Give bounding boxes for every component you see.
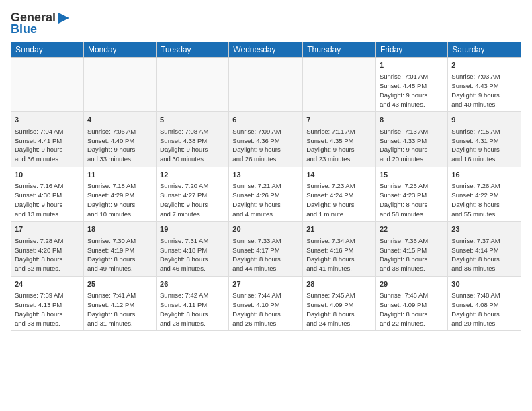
day-info: Sunrise: 7:30 AM Sunset: 4:19 PM Dayligh… <box>87 236 152 273</box>
day-number: 6 <box>232 115 299 125</box>
day-cell <box>157 58 229 112</box>
day-number: 3 <box>15 115 80 125</box>
day-cell: 15Sunrise: 7:25 AM Sunset: 4:23 PM Dayli… <box>375 167 447 221</box>
day-number: 29 <box>380 279 444 289</box>
logo-arrow-icon <box>57 11 71 25</box>
day-cell: 13Sunrise: 7:21 AM Sunset: 4:26 PM Dayli… <box>229 167 303 221</box>
day-number: 27 <box>232 279 299 289</box>
calendar-body: 1Sunrise: 7:01 AM Sunset: 4:45 PM Daylig… <box>11 58 521 331</box>
weekday-saturday: Saturday <box>448 42 521 58</box>
day-info: Sunrise: 7:23 AM Sunset: 4:24 PM Dayligh… <box>306 181 372 218</box>
day-info: Sunrise: 7:15 AM Sunset: 4:31 PM Dayligh… <box>451 127 517 164</box>
day-cell: 23Sunrise: 7:37 AM Sunset: 4:14 PM Dayli… <box>448 222 521 276</box>
weekday-header-row: SundayMondayTuesdayWednesdayThursdayFrid… <box>11 42 521 58</box>
logo: General Blue <box>11 11 71 36</box>
day-cell: 28Sunrise: 7:45 AM Sunset: 4:09 PM Dayli… <box>303 276 376 330</box>
day-cell <box>229 58 303 112</box>
day-cell <box>11 58 84 112</box>
day-info: Sunrise: 7:45 AM Sunset: 4:09 PM Dayligh… <box>306 291 372 328</box>
page: General Blue SundayMondayTuesdayWednesda… <box>0 0 532 411</box>
day-number: 20 <box>232 224 299 234</box>
day-info: Sunrise: 7:09 AM Sunset: 4:36 PM Dayligh… <box>232 127 299 164</box>
day-number: 15 <box>380 170 444 180</box>
day-info: Sunrise: 7:06 AM Sunset: 4:40 PM Dayligh… <box>87 127 152 164</box>
day-info: Sunrise: 7:31 AM Sunset: 4:18 PM Dayligh… <box>160 236 225 273</box>
logo-blue: Blue <box>11 22 37 36</box>
day-number: 23 <box>451 224 517 234</box>
day-cell: 21Sunrise: 7:34 AM Sunset: 4:16 PM Dayli… <box>303 222 376 276</box>
day-cell: 3Sunrise: 7:04 AM Sunset: 4:41 PM Daylig… <box>11 112 84 167</box>
day-number: 10 <box>15 170 80 180</box>
weekday-thursday: Thursday <box>303 42 376 58</box>
day-number: 1 <box>380 60 444 71</box>
svg-marker-0 <box>58 13 69 24</box>
calendar-header: SundayMondayTuesdayWednesdayThursdayFrid… <box>11 42 521 58</box>
week-row-3: 10Sunrise: 7:16 AM Sunset: 4:30 PM Dayli… <box>11 167 521 221</box>
day-cell: 11Sunrise: 7:18 AM Sunset: 4:29 PM Dayli… <box>83 167 156 221</box>
day-number: 30 <box>451 279 517 289</box>
day-info: Sunrise: 7:41 AM Sunset: 4:12 PM Dayligh… <box>87 291 152 328</box>
day-number: 11 <box>87 170 152 180</box>
week-row-2: 3Sunrise: 7:04 AM Sunset: 4:41 PM Daylig… <box>11 112 521 167</box>
day-info: Sunrise: 7:01 AM Sunset: 4:45 PM Dayligh… <box>380 72 444 109</box>
day-number: 16 <box>451 170 517 180</box>
day-info: Sunrise: 7:46 AM Sunset: 4:09 PM Dayligh… <box>380 291 444 328</box>
header: General Blue <box>11 11 521 36</box>
day-number: 22 <box>380 224 444 234</box>
day-cell: 7Sunrise: 7:11 AM Sunset: 4:35 PM Daylig… <box>303 112 376 167</box>
week-row-1: 1Sunrise: 7:01 AM Sunset: 4:45 PM Daylig… <box>11 58 521 112</box>
day-cell: 20Sunrise: 7:33 AM Sunset: 4:17 PM Dayli… <box>229 222 303 276</box>
day-number: 28 <box>306 279 372 289</box>
day-info: Sunrise: 7:25 AM Sunset: 4:23 PM Dayligh… <box>380 181 444 218</box>
weekday-sunday: Sunday <box>11 42 84 58</box>
day-cell: 4Sunrise: 7:06 AM Sunset: 4:40 PM Daylig… <box>83 112 156 167</box>
day-cell <box>83 58 156 112</box>
day-number: 17 <box>15 224 80 234</box>
day-cell: 29Sunrise: 7:46 AM Sunset: 4:09 PM Dayli… <box>375 276 447 330</box>
day-info: Sunrise: 7:26 AM Sunset: 4:22 PM Dayligh… <box>451 181 517 218</box>
day-number: 7 <box>306 115 372 125</box>
day-cell: 5Sunrise: 7:08 AM Sunset: 4:38 PM Daylig… <box>157 112 229 167</box>
day-cell: 19Sunrise: 7:31 AM Sunset: 4:18 PM Dayli… <box>157 222 229 276</box>
day-info: Sunrise: 7:03 AM Sunset: 4:43 PM Dayligh… <box>451 72 517 109</box>
day-cell: 2Sunrise: 7:03 AM Sunset: 4:43 PM Daylig… <box>448 58 521 112</box>
week-row-4: 17Sunrise: 7:28 AM Sunset: 4:20 PM Dayli… <box>11 222 521 276</box>
day-info: Sunrise: 7:33 AM Sunset: 4:17 PM Dayligh… <box>232 236 299 273</box>
day-number: 18 <box>87 224 152 234</box>
day-number: 9 <box>451 115 517 125</box>
weekday-monday: Monday <box>83 42 156 58</box>
day-number: 21 <box>306 224 372 234</box>
day-info: Sunrise: 7:34 AM Sunset: 4:16 PM Dayligh… <box>306 236 372 273</box>
day-number: 5 <box>160 115 225 125</box>
day-cell: 1Sunrise: 7:01 AM Sunset: 4:45 PM Daylig… <box>375 58 447 112</box>
day-cell: 25Sunrise: 7:41 AM Sunset: 4:12 PM Dayli… <box>83 276 156 330</box>
day-cell: 27Sunrise: 7:44 AM Sunset: 4:10 PM Dayli… <box>229 276 303 330</box>
day-cell <box>303 58 376 112</box>
logo-block: General Blue <box>11 11 71 36</box>
day-info: Sunrise: 7:04 AM Sunset: 4:41 PM Dayligh… <box>15 127 80 164</box>
calendar-table: SundayMondayTuesdayWednesdayThursdayFrid… <box>11 42 521 331</box>
day-number: 25 <box>87 279 152 289</box>
weekday-tuesday: Tuesday <box>157 42 229 58</box>
day-number: 12 <box>160 170 225 180</box>
day-cell: 24Sunrise: 7:39 AM Sunset: 4:13 PM Dayli… <box>11 276 84 330</box>
day-info: Sunrise: 7:42 AM Sunset: 4:11 PM Dayligh… <box>160 291 225 328</box>
weekday-friday: Friday <box>375 42 447 58</box>
day-info: Sunrise: 7:20 AM Sunset: 4:27 PM Dayligh… <box>160 181 225 218</box>
day-cell: 8Sunrise: 7:13 AM Sunset: 4:33 PM Daylig… <box>375 112 447 167</box>
weekday-wednesday: Wednesday <box>229 42 303 58</box>
day-number: 8 <box>380 115 444 125</box>
day-cell: 9Sunrise: 7:15 AM Sunset: 4:31 PM Daylig… <box>448 112 521 167</box>
day-number: 14 <box>306 170 372 180</box>
day-info: Sunrise: 7:18 AM Sunset: 4:29 PM Dayligh… <box>87 181 152 218</box>
day-cell: 6Sunrise: 7:09 AM Sunset: 4:36 PM Daylig… <box>229 112 303 167</box>
day-number: 26 <box>160 279 225 289</box>
day-info: Sunrise: 7:11 AM Sunset: 4:35 PM Dayligh… <box>306 127 372 164</box>
day-info: Sunrise: 7:37 AM Sunset: 4:14 PM Dayligh… <box>451 236 517 273</box>
day-cell: 26Sunrise: 7:42 AM Sunset: 4:11 PM Dayli… <box>157 276 229 330</box>
week-row-5: 24Sunrise: 7:39 AM Sunset: 4:13 PM Dayli… <box>11 276 521 330</box>
day-cell: 30Sunrise: 7:48 AM Sunset: 4:08 PM Dayli… <box>448 276 521 330</box>
day-cell: 16Sunrise: 7:26 AM Sunset: 4:22 PM Dayli… <box>448 167 521 221</box>
day-info: Sunrise: 7:28 AM Sunset: 4:20 PM Dayligh… <box>15 236 80 273</box>
day-info: Sunrise: 7:48 AM Sunset: 4:08 PM Dayligh… <box>451 291 517 328</box>
